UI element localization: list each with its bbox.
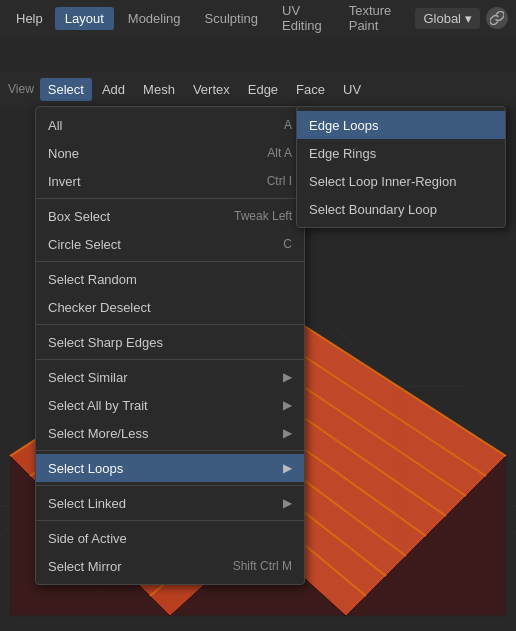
menu-item-label: Circle Select [48, 237, 121, 252]
menu-item-side-of-active[interactable]: Side of Active [36, 524, 304, 552]
submenu-arrow-icon: ▶ [283, 426, 292, 440]
menu-item-label: Select Mirror [48, 559, 122, 574]
shortcut-label: C [283, 237, 292, 251]
menu-item-select-all-by-trait[interactable]: Select All by Trait▶ [36, 391, 304, 419]
menu-separator [36, 450, 304, 451]
menu-separator [36, 324, 304, 325]
menu-item-all[interactable]: AllA [36, 111, 304, 139]
menu-separator [36, 261, 304, 262]
submenu-arrow-icon: ▶ [283, 461, 292, 475]
shortcut-label: Tweak Left [234, 209, 292, 223]
menu-separator [36, 520, 304, 521]
tab-texture-paint[interactable]: Texture Paint [339, 0, 412, 37]
menu-item-select-similar[interactable]: Select Similar▶ [36, 363, 304, 391]
menu-item-checker-deselect[interactable]: Checker Deselect [36, 293, 304, 321]
menu-item-label: Select More/Less [48, 426, 148, 441]
shortcut-label: Shift Ctrl M [233, 559, 292, 573]
menu-item-label: Select All by Trait [48, 398, 148, 413]
shortcut-label: Alt A [267, 146, 292, 160]
chevron-down-icon: ▾ [465, 11, 472, 26]
submenu-item-label: Select Boundary Loop [309, 202, 437, 217]
menu-item-label: Select Loops [48, 461, 123, 476]
link-icon[interactable] [486, 7, 508, 29]
menu-item-label: Checker Deselect [48, 300, 151, 315]
menu-item-select-loops[interactable]: Select Loops▶ [36, 454, 304, 482]
menu-item-label: Box Select [48, 209, 110, 224]
vertex-menu-item[interactable]: Vertex [185, 78, 238, 101]
3d-viewport[interactable]: View Select Add Mesh Vertex Edge Face UV… [0, 36, 516, 631]
menu-item-label: Select Sharp Edges [48, 335, 163, 350]
uv-menu-item[interactable]: UV [335, 78, 369, 101]
editor-bar: View Select Add Mesh Vertex Edge Face UV [0, 72, 516, 106]
menu-item-box-select[interactable]: Box SelectTweak Left [36, 202, 304, 230]
menu-item-invert[interactable]: InvertCtrl I [36, 167, 304, 195]
help-menu[interactable]: Help [8, 7, 51, 30]
menu-item-label: Side of Active [48, 531, 127, 546]
submenu-arrow-icon: ▶ [283, 496, 292, 510]
view-menu-item[interactable]: View [4, 78, 38, 100]
menu-item-select-more/less[interactable]: Select More/Less▶ [36, 419, 304, 447]
submenu-item-select-loop-inner-region[interactable]: Select Loop Inner-Region [297, 167, 505, 195]
submenu-item-select-boundary-loop[interactable]: Select Boundary Loop [297, 195, 505, 223]
menu-item-label: Select Similar [48, 370, 127, 385]
global-label: Global [423, 11, 461, 26]
menu-item-none[interactable]: NoneAlt A [36, 139, 304, 167]
tab-layout[interactable]: Layout [55, 7, 114, 30]
menu-item-label: None [48, 146, 79, 161]
chain-link-icon [490, 11, 504, 25]
select-dropdown-menu: AllANoneAlt AInvertCtrl IBox SelectTweak… [35, 106, 305, 585]
submenu-item-edge-loops[interactable]: Edge Loops [297, 111, 505, 139]
edge-menu-item[interactable]: Edge [240, 78, 286, 101]
submenu-item-label: Edge Rings [309, 146, 376, 161]
submenu-item-edge-rings[interactable]: Edge Rings [297, 139, 505, 167]
menu-item-select-mirror[interactable]: Select MirrorShift Ctrl M [36, 552, 304, 580]
menu-item-circle-select[interactable]: Circle SelectC [36, 230, 304, 258]
submenu-arrow-icon: ▶ [283, 398, 292, 412]
menu-separator [36, 359, 304, 360]
add-menu-item[interactable]: Add [94, 78, 133, 101]
menu-item-select-sharp-edges[interactable]: Select Sharp Edges [36, 328, 304, 356]
select-menu-item[interactable]: Select [40, 78, 92, 101]
menu-item-select-linked[interactable]: Select Linked▶ [36, 489, 304, 517]
loops-submenu: Edge LoopsEdge RingsSelect Loop Inner-Re… [296, 106, 506, 228]
tab-modeling[interactable]: Modeling [118, 7, 191, 30]
mesh-menu-item[interactable]: Mesh [135, 78, 183, 101]
submenu-item-label: Select Loop Inner-Region [309, 174, 456, 189]
menu-item-label: Select Linked [48, 496, 126, 511]
tab-uv-editing[interactable]: UV Editing [272, 0, 335, 37]
submenu-arrow-icon: ▶ [283, 370, 292, 384]
menu-separator [36, 485, 304, 486]
face-menu-item[interactable]: Face [288, 78, 333, 101]
shortcut-label: Ctrl I [267, 174, 292, 188]
menu-separator [36, 198, 304, 199]
submenu-item-label: Edge Loops [309, 118, 378, 133]
menu-item-label: Invert [48, 174, 81, 189]
top-header: Help Layout Modeling Sculpting UV Editin… [0, 0, 516, 36]
header-right: Global ▾ [415, 7, 508, 29]
global-select[interactable]: Global ▾ [415, 8, 480, 29]
tab-sculpting[interactable]: Sculpting [195, 7, 268, 30]
menu-item-label: Select Random [48, 272, 137, 287]
menu-item-label: All [48, 118, 62, 133]
menu-item-select-random[interactable]: Select Random [36, 265, 304, 293]
shortcut-label: A [284, 118, 292, 132]
